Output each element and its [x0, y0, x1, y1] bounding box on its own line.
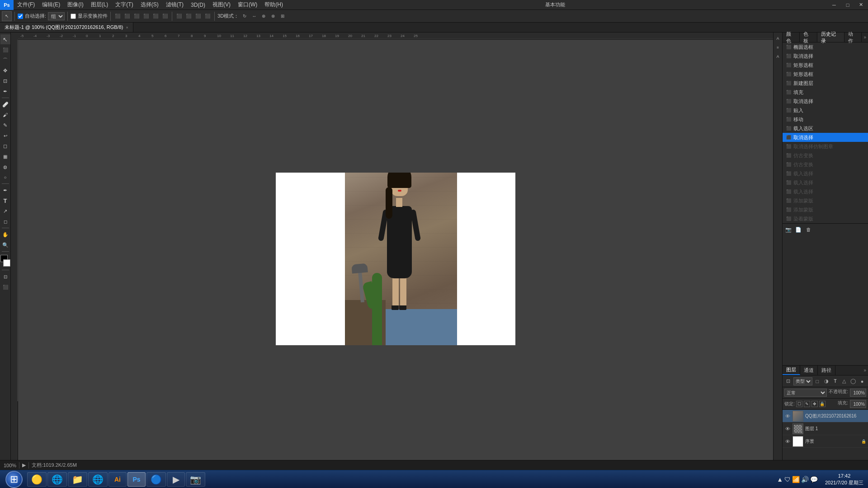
history-item-7[interactable]: ⬛ 贴入 — [783, 106, 868, 115]
taskbar-app-folder[interactable]: 📁 — [68, 472, 87, 487]
layers-tab-paths[interactable]: 路径 — [818, 366, 835, 375]
layer-filter-off-btn[interactable]: ● — [858, 377, 866, 386]
distribute-icon4[interactable]: ⬛ — [203, 12, 212, 20]
layer-item-0[interactable]: 👁 QQ图片20210720162616 — [783, 410, 868, 422]
screen-mode-tool[interactable]: ⬛ — [0, 282, 10, 292]
taskbar-app-chrome[interactable]: 🔵 — [146, 472, 166, 487]
layer-item-2[interactable]: 👁 序景 🔒 — [783, 435, 868, 448]
taskbar-app-browser[interactable]: 🌐 — [47, 472, 67, 487]
background-color[interactable] — [3, 259, 10, 267]
distribute-icon3[interactable]: ⬛ — [194, 12, 202, 20]
text-tool[interactable]: T — [0, 196, 10, 206]
align-right-icon[interactable]: ⬛ — [132, 12, 141, 20]
blend-mode-select[interactable]: 正常 — [784, 389, 827, 397]
create-new-doc-btn[interactable]: 📄 — [794, 225, 802, 234]
taskbar-app-camera[interactable]: 📷 — [186, 472, 205, 487]
layer-pixel-btn[interactable]: □ — [813, 377, 821, 386]
rectangle-select-tool[interactable]: ⬛ — [0, 45, 10, 55]
taskbar-app-ie[interactable]: 🌐 — [88, 472, 108, 487]
quick-mask-tool[interactable]: ⊡ — [0, 272, 10, 282]
panel-tab-color[interactable]: 颜色 — [783, 33, 800, 42]
3d-extra-icon[interactable]: ⊞ — [278, 12, 287, 20]
side-icon-2[interactable]: ≡ — [774, 43, 782, 52]
panel-tab-swatches[interactable]: 色板 — [800, 33, 817, 42]
auto-select-dropdown[interactable]: 组 — [48, 12, 65, 20]
align-center-icon[interactable]: ⬛ — [123, 12, 131, 20]
tray-speaker[interactable]: 🔊 — [801, 476, 809, 483]
layers-tab-layers[interactable]: 图层 — [783, 366, 800, 375]
hand-tool[interactable]: ✋ — [0, 230, 10, 239]
panel-tab-actions[interactable]: 动作 — [844, 33, 862, 42]
history-item-9[interactable]: ⬛ 载入选区 — [783, 124, 868, 133]
lasso-tool[interactable]: ⌒ — [0, 55, 10, 65]
system-clock[interactable]: 17:42 2021/7/20 星期三 — [822, 473, 866, 486]
3d-pan-icon[interactable]: ↔ — [250, 12, 258, 20]
history-brush-tool[interactable]: ↩ — [0, 131, 10, 141]
layer-filter-kind-btn[interactable]: ⊡ — [784, 377, 793, 386]
canvas-viewport[interactable] — [18, 40, 773, 478]
3d-orbit-icon[interactable]: ⊗ — [269, 12, 277, 20]
history-item-5[interactable]: ⬛ 填充 — [783, 88, 868, 97]
layer-eye-0[interactable]: 👁 — [784, 413, 791, 419]
healing-brush-tool[interactable]: 🩹 — [0, 99, 10, 109]
align-middle-icon[interactable]: ⬛ — [151, 12, 160, 20]
side-icon-1[interactable]: A — [774, 34, 782, 42]
history-item-1[interactable]: ⬛ 取消选择 — [783, 52, 868, 61]
blur-tool[interactable]: ◍ — [0, 162, 10, 172]
menu-filter[interactable]: 滤镜(T) — [162, 0, 187, 9]
document-tab[interactable]: 未标题-1 @ 100% (QQ图片20210720162616, RGB/8)… — [0, 23, 133, 32]
menu-edit[interactable]: 编辑(E) — [38, 0, 64, 9]
pen-tool[interactable]: ✒ — [0, 185, 10, 195]
menu-image[interactable]: 图像(I) — [64, 0, 87, 9]
menu-help[interactable]: 帮助(H) — [261, 0, 287, 9]
history-item-2[interactable]: ⬛ 矩形选框 — [783, 61, 868, 70]
history-item-3[interactable]: ⬛ 矩形选框 — [783, 70, 868, 79]
panel-collapse-btn[interactable]: » — [862, 35, 868, 40]
create-snapshot-btn[interactable]: 📷 — [784, 225, 793, 234]
layer-type-btn[interactable]: T — [831, 377, 840, 386]
auto-select-checkbox[interactable] — [18, 14, 23, 19]
fill-input[interactable] — [850, 400, 866, 408]
tray-msg[interactable]: 💬 — [810, 476, 818, 483]
path-select-tool[interactable]: ↗ — [0, 206, 10, 216]
zoom-tool[interactable]: 🔍 — [0, 240, 10, 250]
opacity-input[interactable] — [850, 389, 866, 397]
menu-select[interactable]: 选择(S) — [137, 0, 162, 9]
menu-text[interactable]: 文字(T) — [112, 0, 137, 9]
shape-tool[interactable]: ◻ — [0, 216, 10, 226]
maximize-button[interactable]: □ — [841, 0, 854, 10]
tray-shield[interactable]: 🛡 — [784, 476, 791, 483]
tab-close-btn[interactable]: × — [126, 25, 128, 30]
distribute-v-icon[interactable]: ⬛ — [184, 12, 193, 20]
taskbar-app-media[interactable]: ▶ — [167, 472, 185, 487]
lock-transparent-btn[interactable]: ☐ — [796, 401, 802, 407]
history-item-8[interactable]: ⬛ 移动 — [783, 115, 868, 124]
move-tool[interactable]: ↖ — [0, 34, 10, 44]
layer-smart-btn[interactable]: ◯ — [849, 377, 857, 386]
history-item-4[interactable]: ⬛ 新建图层 — [783, 79, 868, 88]
menu-3d[interactable]: 3D(D) — [187, 0, 209, 9]
layer-eye-2[interactable]: 👁 — [784, 438, 791, 445]
menu-window[interactable]: 窗口(W) — [234, 0, 261, 9]
layer-eye-1[interactable]: 👁 — [784, 426, 791, 432]
brush-tool[interactable]: 🖌 — [0, 110, 10, 120]
eraser-tool[interactable]: ◻ — [0, 141, 10, 151]
history-item-10[interactable]: ⬛ 取消选择 — [783, 133, 868, 142]
layer-adjust-btn[interactable]: ◑ — [822, 377, 830, 386]
layers-panel-collapse[interactable]: » — [862, 368, 868, 373]
align-left-icon[interactable]: ⬛ — [113, 12, 122, 20]
start-button[interactable]: ⊞ — [2, 471, 26, 488]
menu-file[interactable]: 文件(F) — [14, 0, 38, 9]
menu-layer[interactable]: 图层(L) — [87, 0, 112, 9]
close-button[interactable]: ✕ — [854, 0, 868, 10]
taskbar-app-photoshop[interactable]: Ps — [127, 472, 146, 487]
status-arrow[interactable]: ▶ — [22, 462, 26, 468]
3d-rotate-icon[interactable]: ↻ — [241, 12, 249, 20]
panel-tab-history[interactable]: 历史记录 — [817, 33, 844, 42]
menu-view[interactable]: 视图(V) — [209, 0, 234, 9]
dodge-tool[interactable]: ○ — [0, 172, 10, 182]
layer-item-1[interactable]: 👁 图层 1 — [783, 422, 868, 435]
align-bottom-icon[interactable]: ⬛ — [161, 12, 169, 20]
distribute-h-icon[interactable]: ⬛ — [175, 12, 183, 20]
layer-filter-dropdown[interactable]: 类型 — [793, 377, 812, 385]
